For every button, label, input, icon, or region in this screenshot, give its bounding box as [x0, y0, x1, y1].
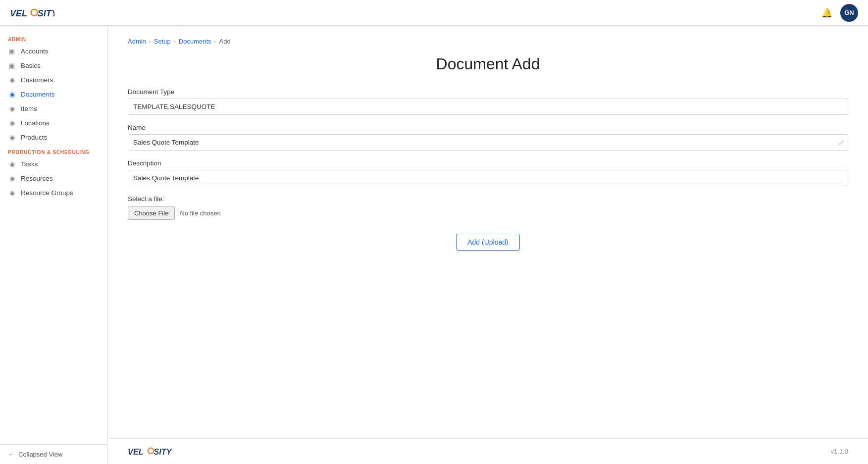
basics-icon: ▣ — [8, 62, 16, 69]
sidebar-item-items[interactable]: ◉ Items — [0, 102, 107, 116]
collapse-arrow-icon: ← — [8, 451, 14, 458]
sidebar: ADMIN ▣ Accounts ▣ Basics ◉ Customers ◉ … — [0, 26, 108, 464]
tasks-icon: ◉ — [8, 160, 16, 168]
name-input[interactable] — [128, 134, 848, 151]
sidebar-item-customers[interactable]: ◉ Customers — [0, 73, 107, 87]
breadcrumb-documents[interactable]: Documents — [179, 38, 211, 45]
logo: VEL SITY — [10, 6, 54, 20]
admin-section-label: ADMIN — [0, 32, 107, 44]
svg-text:SITY: SITY — [38, 8, 54, 18]
sidebar-content: ADMIN ▣ Accounts ▣ Basics ◉ Customers ◉ … — [0, 26, 107, 206]
collapsed-view-btn[interactable]: ← Collapsed View — [0, 444, 107, 464]
sidebar-item-label: Documents — [21, 91, 54, 98]
documents-icon: ◉ — [8, 91, 16, 98]
name-input-wrapper: ⤢ — [128, 134, 848, 151]
version-label: v1.1.0 — [831, 448, 848, 455]
breadcrumb-sep-2: › — [174, 38, 176, 45]
sidebar-item-locations[interactable]: ◉ Locations — [0, 116, 107, 130]
sidebar-item-label: Items — [21, 105, 37, 112]
breadcrumb: Admin › Setup › Documents › Add — [128, 38, 848, 45]
sidebar-item-label: Tasks — [21, 160, 38, 168]
sidebar-item-label: Products — [21, 134, 47, 141]
footer-logo: VEL SITY — [128, 445, 172, 458]
description-input[interactable] — [128, 170, 848, 186]
file-select-group: Select a file: Choose File No file chose… — [128, 195, 848, 220]
sidebar-item-products[interactable]: ◉ Products — [0, 130, 107, 145]
sidebar-item-label: Locations — [21, 119, 50, 127]
name-group: Name ⤢ — [128, 124, 848, 151]
prod-section-label: PRODUCTION & SCHEDULING — [0, 145, 107, 157]
footer: VEL SITY v1.1.0 — [108, 438, 868, 464]
description-label: Description — [128, 159, 848, 167]
sidebar-item-basics[interactable]: ▣ Basics — [0, 58, 107, 73]
document-type-group: Document Type — [128, 88, 848, 115]
choose-file-button[interactable]: Choose File — [128, 206, 175, 220]
file-select-label: Select a file: — [128, 195, 848, 203]
page-title: Document Add — [128, 55, 848, 73]
logo-svg: VEL SITY — [10, 6, 54, 20]
content-inner: Admin › Setup › Documents › Add Document… — [108, 26, 868, 438]
sidebar-item-label: Resources — [21, 175, 53, 182]
sidebar-item-accounts[interactable]: ▣ Accounts — [0, 44, 107, 58]
no-file-text: No file chosen — [180, 209, 220, 217]
description-group: Description — [128, 159, 848, 186]
accounts-icon: ▣ — [8, 48, 16, 55]
document-type-input[interactable] — [128, 99, 848, 115]
name-label: Name — [128, 124, 848, 131]
svg-text:VEL: VEL — [128, 447, 144, 456]
resource-groups-icon: ◉ — [8, 189, 16, 197]
file-select-row: Choose File No file chosen — [128, 206, 848, 220]
sidebar-item-resources[interactable]: ◉ Resources — [0, 171, 107, 186]
sidebar-item-label: Customers — [21, 76, 53, 84]
sidebar-item-label: Resource Groups — [21, 189, 73, 197]
breadcrumb-current: Add — [219, 38, 231, 45]
nav-right: 🔔 GN — [821, 4, 858, 22]
locations-icon: ◉ — [8, 119, 16, 127]
svg-text:VEL: VEL — [10, 8, 27, 18]
svg-text:SITY: SITY — [153, 447, 172, 456]
add-upload-button[interactable]: Add (Upload) — [456, 234, 520, 251]
sidebar-item-tasks[interactable]: ◉ Tasks — [0, 157, 107, 171]
action-row: Add (Upload) — [128, 234, 848, 251]
breadcrumb-sep-1: › — [149, 38, 151, 45]
navbar: VEL SITY 🔔 GN — [0, 0, 868, 26]
breadcrumb-admin[interactable]: Admin — [128, 38, 146, 45]
main-layout: ADMIN ▣ Accounts ▣ Basics ◉ Customers ◉ … — [0, 26, 868, 464]
resources-icon: ◉ — [8, 175, 16, 182]
sidebar-item-documents[interactable]: ◉ Documents — [0, 87, 107, 102]
content-area: Admin › Setup › Documents › Add Document… — [108, 26, 868, 464]
items-icon: ◉ — [8, 105, 16, 112]
breadcrumb-setup[interactable]: Setup — [154, 38, 171, 45]
customers-icon: ◉ — [8, 76, 16, 84]
sidebar-item-resource-groups[interactable]: ◉ Resource Groups — [0, 186, 107, 200]
products-icon: ◉ — [8, 134, 16, 141]
collapse-label: Collapsed View — [18, 451, 62, 458]
document-type-label: Document Type — [128, 88, 848, 96]
avatar[interactable]: GN — [840, 4, 858, 22]
breadcrumb-sep-3: › — [214, 38, 216, 45]
document-add-form: Document Type Name ⤢ Description — [128, 88, 848, 251]
sidebar-item-label: Basics — [21, 62, 41, 69]
svg-point-1 — [31, 9, 38, 15]
sidebar-item-label: Accounts — [21, 48, 49, 55]
svg-point-4 — [148, 448, 153, 453]
notification-bell-icon[interactable]: 🔔 — [821, 7, 832, 18]
